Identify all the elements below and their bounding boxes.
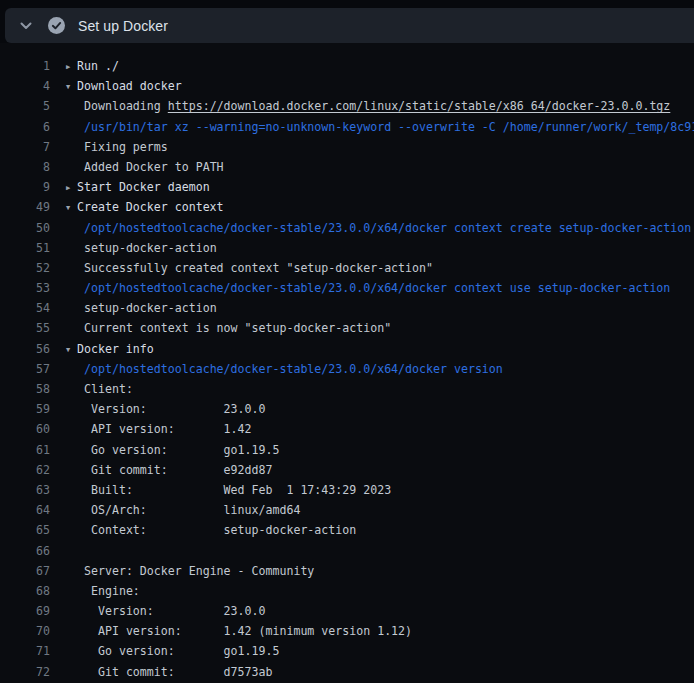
line-number[interactable]: 58	[0, 379, 50, 399]
log-command-text: /usr/bin/tar xz --warning=no-unknown-key…	[50, 117, 694, 137]
log-text: Context: setup-docker-action	[50, 520, 694, 540]
group-collapsed-arrow-icon[interactable]: ▶	[66, 178, 77, 197]
log-line: 6/usr/bin/tar xz --warning=no-unknown-ke…	[0, 117, 694, 137]
log-line: 9▶Start Docker daemon	[0, 177, 694, 197]
line-number[interactable]: 55	[0, 318, 50, 338]
line-number[interactable]: 49	[0, 197, 50, 217]
log-text: Go version: go1.19.5	[50, 440, 694, 460]
log-line: 59 Version: 23.0.0	[0, 399, 694, 419]
group-title: Run ./	[77, 59, 119, 73]
line-number[interactable]: 59	[0, 399, 50, 419]
log-line: 54setup-docker-action	[0, 298, 694, 318]
log-text: Git commit: d7573ab	[50, 662, 694, 682]
chevron-down-icon	[20, 22, 32, 30]
log-line: 69 Version: 23.0.0	[0, 601, 694, 621]
log-line: 51setup-docker-action	[0, 238, 694, 258]
log-text: Server: Docker Engine - Community	[50, 561, 694, 581]
log-url-link[interactable]: https://download.docker.com/linux/static…	[168, 99, 671, 113]
log-command-text: /opt/hostedtoolcache/docker-stable/23.0.…	[50, 359, 694, 379]
workflow-log-viewer: Set up Docker 1▶Run ./4▼Download docker5…	[0, 0, 694, 683]
log-line: 68 Engine:	[0, 581, 694, 601]
line-number[interactable]: 52	[0, 258, 50, 278]
line-number[interactable]: 51	[0, 238, 50, 258]
log-text: Version: 23.0.0	[50, 399, 694, 419]
log-line: 53/opt/hostedtoolcache/docker-stable/23.…	[0, 278, 694, 298]
line-number[interactable]: 50	[0, 218, 50, 238]
line-number[interactable]: 60	[0, 419, 50, 439]
line-number[interactable]: 66	[0, 541, 50, 561]
log-text: API version: 1.42 (minimum version 1.12)	[50, 621, 694, 641]
log-line: 64 OS/Arch: linux/amd64	[0, 500, 694, 520]
log-line: 60 API version: 1.42	[0, 419, 694, 439]
group-header[interactable]: ▼Download docker	[50, 76, 694, 96]
log-line: 71 Go version: go1.19.5	[0, 641, 694, 661]
log-line: 61 Go version: go1.19.5	[0, 440, 694, 460]
log-line: 1▶Run ./	[0, 56, 694, 76]
group-title: Download docker	[77, 79, 182, 93]
log-text: Version: 23.0.0	[50, 601, 694, 621]
log-line: 5Downloading https://download.docker.com…	[0, 96, 694, 116]
log-line: 58Client:	[0, 379, 694, 399]
log-line: 65 Context: setup-docker-action	[0, 520, 694, 540]
group-expanded-arrow-icon[interactable]: ▼	[66, 198, 77, 217]
log-text	[50, 541, 694, 561]
line-number[interactable]: 69	[0, 601, 50, 621]
log-line: 52Successfully created context "setup-do…	[0, 258, 694, 278]
step-header[interactable]: Set up Docker	[5, 8, 694, 43]
line-number[interactable]: 70	[0, 621, 50, 641]
line-number[interactable]: 68	[0, 581, 50, 601]
line-number[interactable]: 5	[0, 96, 50, 116]
log-line: 4▼Download docker	[0, 76, 694, 96]
line-number[interactable]: 53	[0, 278, 50, 298]
group-title: Create Docker context	[77, 200, 224, 214]
line-number[interactable]: 54	[0, 298, 50, 318]
log-command-text: /opt/hostedtoolcache/docker-stable/23.0.…	[50, 278, 694, 298]
log-line: 7Fixing perms	[0, 137, 694, 157]
group-header[interactable]: ▼Create Docker context	[50, 197, 694, 217]
line-number[interactable]: 7	[0, 137, 50, 157]
line-number[interactable]: 9	[0, 177, 50, 197]
log-line: 56▼Docker info	[0, 339, 694, 359]
log-text: Go version: go1.19.5	[50, 641, 694, 661]
group-collapsed-arrow-icon[interactable]: ▶	[66, 57, 77, 76]
log-text: Fixing perms	[50, 137, 694, 157]
line-number[interactable]: 57	[0, 359, 50, 379]
log-line: 66	[0, 541, 694, 561]
log-line: 63 Built: Wed Feb 1 17:43:29 2023	[0, 480, 694, 500]
log-text: Successfully created context "setup-dock…	[50, 258, 694, 278]
log-container[interactable]: 1▶Run ./4▼Download docker5Downloading ht…	[0, 43, 694, 683]
line-number[interactable]: 61	[0, 440, 50, 460]
group-header[interactable]: ▼Docker info	[50, 339, 694, 359]
line-number[interactable]: 4	[0, 76, 50, 96]
log-text: API version: 1.42	[50, 419, 694, 439]
line-number[interactable]: 71	[0, 641, 50, 661]
log-text: Engine:	[50, 581, 694, 601]
log-line: 49▼Create Docker context	[0, 197, 694, 217]
log-line: 55Current context is now "setup-docker-a…	[0, 318, 694, 338]
log-text: setup-docker-action	[50, 238, 694, 258]
collapse-toggle[interactable]	[11, 8, 41, 43]
step-title: Set up Docker	[78, 18, 168, 34]
line-number[interactable]: 56	[0, 339, 50, 359]
line-number[interactable]: 1	[0, 56, 50, 76]
line-number[interactable]: 63	[0, 480, 50, 500]
line-number[interactable]: 62	[0, 460, 50, 480]
line-number[interactable]: 6	[0, 117, 50, 137]
log-line: 57/opt/hostedtoolcache/docker-stable/23.…	[0, 359, 694, 379]
line-number[interactable]: 64	[0, 500, 50, 520]
group-title: Docker info	[77, 342, 154, 356]
line-number[interactable]: 65	[0, 520, 50, 540]
line-number[interactable]: 8	[0, 157, 50, 177]
log-text: Added Docker to PATH	[50, 157, 694, 177]
group-header[interactable]: ▶Start Docker daemon	[50, 177, 694, 197]
log-command-text: /opt/hostedtoolcache/docker-stable/23.0.…	[50, 218, 694, 238]
log-line: 8Added Docker to PATH	[0, 157, 694, 177]
line-number[interactable]: 72	[0, 662, 50, 682]
group-header[interactable]: ▶Run ./	[50, 56, 694, 76]
log-line: 72 Git commit: d7573ab	[0, 662, 694, 682]
line-number[interactable]: 67	[0, 561, 50, 581]
group-expanded-arrow-icon[interactable]: ▼	[66, 77, 77, 96]
log-text: Git commit: e92dd87	[50, 460, 694, 480]
log-text: Client:	[50, 379, 694, 399]
group-expanded-arrow-icon[interactable]: ▼	[66, 340, 77, 359]
